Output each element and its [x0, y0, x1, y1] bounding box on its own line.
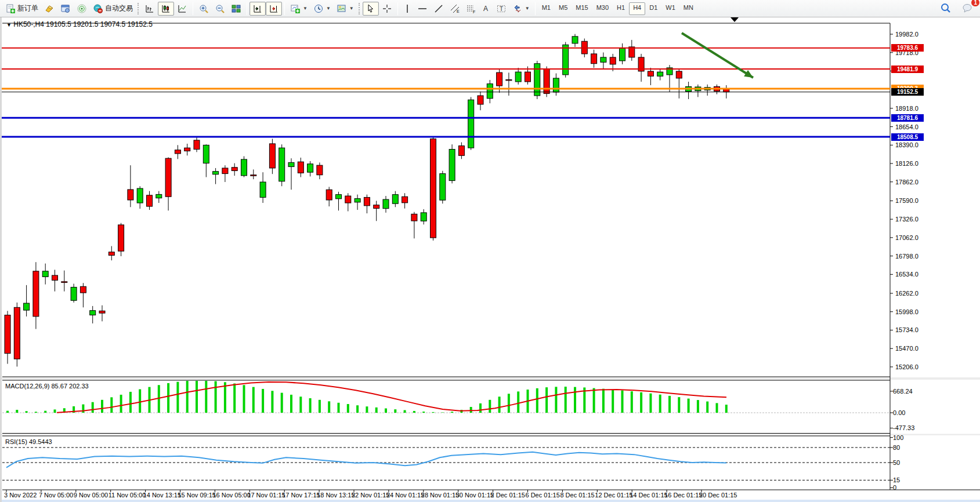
templates-button[interactable]: ▼ [334, 2, 357, 16]
bull-candle [308, 164, 313, 172]
date-axis-label: 16 Nov 05:00 [212, 492, 250, 499]
notifications-button[interactable]: 1 [959, 1, 977, 15]
arrows-caret: ▼ [525, 6, 530, 11]
price-axis-label: 17862.0 [895, 179, 918, 185]
indicators-icon [290, 3, 301, 14]
bear-candle [128, 190, 133, 200]
scroll-end-marker-icon[interactable] [731, 17, 739, 22]
trendline-button[interactable] [431, 2, 447, 16]
price-axis-label: 15206.0 [895, 363, 918, 370]
date-axis-label: 7 Nov 05:00 [39, 492, 73, 499]
channel-icon: E [450, 3, 460, 14]
vertical-line-button[interactable] [400, 2, 414, 16]
arrows-tool-button[interactable]: ▼ [509, 2, 533, 16]
timeframe-group: M1M5M15M30H1H4D1W1MN [538, 1, 697, 17]
yellow-tool-icon [44, 3, 55, 14]
bull-candle [42, 271, 48, 277]
bull-candle [383, 199, 389, 209]
periods-button[interactable]: ▼ [310, 2, 334, 16]
bar-chart-button[interactable] [142, 2, 158, 16]
text-button[interactable]: A [479, 2, 493, 16]
timeframe-M5[interactable]: M5 [555, 2, 572, 15]
new-order-button[interactable]: 新订单 [2, 2, 41, 16]
price-badge: 19152.5 [891, 88, 924, 96]
bull-candle [260, 182, 266, 197]
bull-candle [279, 148, 285, 181]
timeframe-M30[interactable]: M30 [592, 2, 613, 15]
horizontal-line-button[interactable] [414, 2, 431, 16]
timeframe-M1[interactable]: M1 [538, 2, 555, 15]
search-icon [940, 2, 952, 14]
date-axis-label: 9 Nov 05:00 [74, 492, 108, 499]
bull-candle [572, 37, 578, 43]
bear-candle [232, 168, 237, 171]
date-axis-label: 14 Nov 13:15 [143, 492, 181, 499]
candlestick-chart-button[interactable] [158, 2, 174, 16]
window-button[interactable] [57, 2, 74, 16]
cursor-button[interactable] [363, 2, 379, 16]
zoom-out-button[interactable] [212, 2, 228, 16]
price-axis-label: 16534.0 [895, 271, 918, 278]
bear-candle [525, 72, 531, 82]
date-axis-label: 28 Nov 01:15 [421, 492, 459, 499]
status-strip [2, 500, 980, 502]
bear-candle [99, 311, 105, 313]
chart-title-ohlc: 19105.5 19201.5 19074.5 19152.5 [46, 20, 153, 28]
one-click-trading-arrow-icon[interactable]: ▼ [6, 22, 12, 28]
auto-scroll-button[interactable] [266, 2, 282, 16]
toolbar-handle-2[interactable] [359, 3, 361, 14]
autotrading-button[interactable]: 自动交易 [90, 2, 136, 16]
text-a-icon: A [482, 3, 490, 14]
date-axis-label: 16 Dec 01:15 [664, 492, 702, 499]
autotrading-icon [93, 3, 103, 14]
trend-arrow[interactable] [682, 33, 753, 78]
price-axis-label: 18126.0 [895, 160, 918, 167]
timeframe-M15[interactable]: M15 [572, 2, 592, 15]
bull-candle [213, 172, 219, 174]
zoom-in-button[interactable] [196, 2, 212, 16]
crosshair-button[interactable] [379, 2, 395, 16]
chart-canvas[interactable] [2, 17, 980, 502]
bear-candle [80, 286, 86, 293]
toolbar-handle[interactable] [138, 3, 140, 14]
chart-shift-button[interactable] [249, 2, 266, 16]
timeframe-D1[interactable]: D1 [645, 2, 661, 15]
price-axis-label: 19982.0 [895, 31, 918, 38]
bear-candle [411, 214, 417, 221]
timeframe-H1[interactable]: H1 [613, 2, 629, 15]
bear-candle [648, 71, 653, 76]
line-chart-icon [177, 3, 187, 14]
timeframe-W1[interactable]: W1 [661, 2, 679, 15]
new-order-label: 新订单 [17, 3, 38, 13]
date-axis-label: 20 Dec 01:15 [699, 492, 737, 499]
search-button[interactable] [937, 1, 954, 15]
toolbar: 新订单 自动交易 [0, 0, 980, 17]
vertical-line-icon [403, 3, 411, 14]
signal-button[interactable] [74, 2, 90, 16]
fibonacci-button[interactable]: F [463, 2, 479, 16]
equidistant-channel-button[interactable]: E [447, 2, 463, 16]
fibonacci-icon: F [466, 3, 476, 14]
candles-layer [5, 34, 729, 367]
bear-candle [402, 197, 408, 203]
tile-windows-button[interactable] [228, 2, 244, 16]
bear-candle [165, 158, 171, 197]
bull-candle [241, 159, 247, 176]
styler-button[interactable] [41, 2, 57, 16]
bull-candle [137, 188, 143, 203]
bear-candle [676, 71, 682, 78]
zoom-out-icon [215, 3, 225, 14]
line-chart-button[interactable] [174, 2, 190, 16]
bull-candle [657, 72, 663, 76]
chart-window[interactable]: ▼ HK50-,H4 19105.5 19201.5 19074.5 19152… [0, 17, 980, 502]
bull-candle [336, 195, 342, 199]
bear-candle [269, 144, 275, 168]
timeframe-MN[interactable]: MN [679, 2, 697, 15]
cursor-arrow-icon [366, 3, 376, 14]
timeframe-H4[interactable]: H4 [629, 2, 645, 15]
crosshair-icon [382, 3, 392, 14]
bull-candle [563, 45, 569, 75]
indicators-button[interactable]: ▼ [287, 2, 310, 16]
date-axis-label: 14 Dec 01:15 [630, 492, 667, 499]
text-label-button[interactable]: T [493, 2, 509, 16]
